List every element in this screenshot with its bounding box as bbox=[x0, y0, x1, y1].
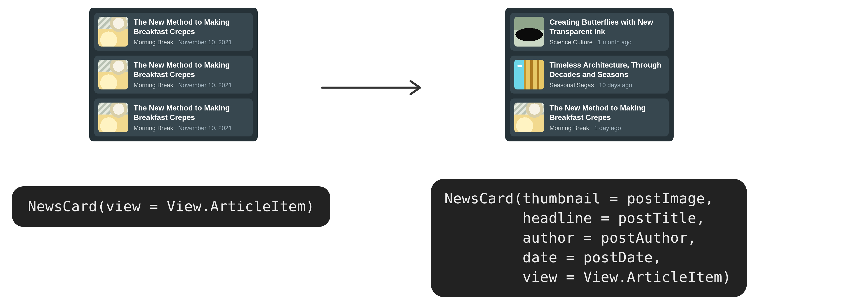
news-title: The New Method to Making Breakfast Crepe… bbox=[133, 103, 248, 122]
news-title: The New Method to Making Breakfast Crepe… bbox=[133, 18, 248, 36]
news-card-text: The New Method to Making Breakfast Crepe… bbox=[133, 103, 248, 132]
news-card: The New Method to Making Breakfast Crepe… bbox=[94, 56, 253, 94]
news-card: Creating Butterflies with New Transparen… bbox=[510, 13, 669, 51]
news-date: November 10, 2021 bbox=[178, 39, 232, 46]
news-card: Timeless Architecture, Through Decades a… bbox=[510, 56, 669, 94]
news-card: The New Method to Making Breakfast Crepe… bbox=[94, 13, 253, 51]
news-card-text: The New Method to Making Breakfast Crepe… bbox=[550, 103, 664, 132]
news-card: The New Method to Making Breakfast Crepe… bbox=[94, 99, 253, 136]
thumbnail-icon bbox=[98, 17, 128, 46]
news-author: Morning Break bbox=[550, 125, 589, 132]
news-author: Morning Break bbox=[133, 125, 174, 132]
thumbnail-icon bbox=[98, 60, 128, 90]
thumbnail-icon bbox=[514, 17, 544, 46]
news-meta: Morning Break November 10, 2021 bbox=[133, 125, 248, 132]
code-snippet-left: NewsCard(view = View.ArticleItem) bbox=[12, 187, 330, 227]
news-meta: Science Culture 1 month ago bbox=[550, 39, 664, 46]
news-author: Morning Break bbox=[133, 82, 174, 89]
news-panel-left: The New Method to Making Breakfast Crepe… bbox=[89, 8, 258, 141]
news-card-text: Timeless Architecture, Through Decades a… bbox=[550, 60, 664, 89]
news-meta: Morning Break November 10, 2021 bbox=[133, 82, 248, 89]
code-snippet-right: NewsCard(thumbnail = postImage, headline… bbox=[431, 179, 747, 297]
news-meta: Morning Break November 10, 2021 bbox=[133, 39, 248, 46]
news-card-text: Creating Butterflies with New Transparen… bbox=[550, 18, 664, 46]
news-date: November 10, 2021 bbox=[178, 82, 232, 89]
diagram-canvas: The New Method to Making Breakfast Crepe… bbox=[0, 0, 868, 300]
news-title: The New Method to Making Breakfast Crepe… bbox=[133, 60, 248, 79]
news-author: Morning Break bbox=[133, 39, 174, 46]
news-panel-right: Creating Butterflies with New Transparen… bbox=[505, 8, 674, 141]
news-meta: Morning Break 1 day ago bbox=[550, 125, 664, 132]
news-date: November 10, 2021 bbox=[178, 125, 232, 132]
news-card: The New Method to Making Breakfast Crepe… bbox=[510, 99, 669, 136]
news-date: 10 days ago bbox=[599, 82, 632, 89]
news-title: Timeless Architecture, Through Decades a… bbox=[550, 60, 664, 79]
thumbnail-icon bbox=[514, 60, 544, 90]
thumbnail-icon bbox=[98, 103, 128, 132]
news-date: 1 month ago bbox=[598, 39, 631, 46]
news-card-text: The New Method to Making Breakfast Crepe… bbox=[133, 18, 248, 46]
news-author: Science Culture bbox=[550, 39, 593, 46]
news-title: The New Method to Making Breakfast Crepe… bbox=[550, 103, 664, 122]
news-date: 1 day ago bbox=[594, 125, 621, 132]
news-author: Seasonal Sagas bbox=[550, 82, 594, 89]
thumbnail-icon bbox=[514, 103, 544, 132]
news-card-text: The New Method to Making Breakfast Crepe… bbox=[133, 60, 248, 89]
news-title: Creating Butterflies with New Transparen… bbox=[550, 18, 664, 36]
arrow-icon bbox=[321, 80, 427, 96]
news-meta: Seasonal Sagas 10 days ago bbox=[550, 82, 664, 89]
